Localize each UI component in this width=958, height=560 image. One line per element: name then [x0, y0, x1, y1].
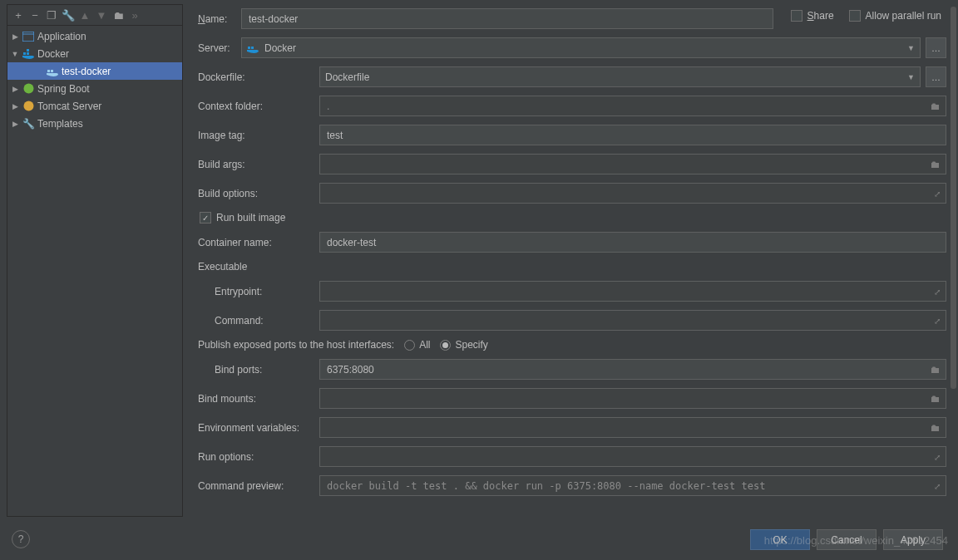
docker-run-icon	[46, 65, 59, 78]
run-options-label: Run options:	[198, 451, 319, 463]
context-label: Context folder:	[198, 101, 319, 112]
container-name-input[interactable]	[319, 232, 946, 253]
command-label: Command:	[198, 315, 319, 327]
move-down-button[interactable]: ▼	[94, 7, 109, 22]
env-input[interactable]	[319, 417, 946, 438]
run-built-label: Run built image	[216, 212, 285, 224]
dialog-buttons: OK Cancel Apply	[0, 521, 958, 560]
svg-point-8	[23, 101, 33, 111]
docker-icon	[22, 47, 35, 61]
bind-mounts-label: Bind mounts:	[198, 393, 319, 405]
sidebar-toolbar: + − ❐ 🔧 ▲ ▼ 🖿 »	[7, 5, 182, 26]
tree-item-tomcat[interactable]: ▶ Tomcat Server	[7, 97, 182, 115]
server-label: Server:	[198, 42, 241, 54]
tree-label: Templates	[37, 118, 83, 130]
svg-rect-9	[248, 47, 250, 49]
share-checkbox[interactable]: Share	[791, 10, 834, 22]
svg-rect-2	[23, 52, 26, 55]
chevron-down-icon: ▼	[907, 73, 915, 81]
tree-label: Application	[37, 31, 86, 42]
command-input[interactable]	[319, 310, 946, 331]
parallel-label: Allow parallel run	[866, 10, 941, 22]
tree-label: Spring Boot	[37, 83, 90, 95]
config-tree: ▶ Application ▼ Docker test-docker ▶ Spr…	[7, 26, 182, 516]
preview-label: Command preview:	[198, 480, 319, 492]
remove-button[interactable]: −	[27, 7, 42, 22]
move-up-button[interactable]: ▲	[77, 7, 92, 22]
bind-ports-input[interactable]	[319, 359, 946, 380]
radio-all[interactable]: All	[404, 339, 430, 351]
build-options-label: Build options:	[198, 188, 319, 199]
context-input[interactable]	[319, 96, 946, 116]
dockerfile-label: Dockerfile:	[198, 71, 319, 83]
chevron-right-icon: ▶	[11, 102, 19, 111]
wrench-icon: 🔧	[22, 117, 35, 130]
svg-rect-4	[27, 49, 29, 52]
tree-item-templates[interactable]: ▶ 🔧 Templates	[7, 115, 182, 132]
chevron-right-icon: ▶	[11, 32, 19, 41]
build-options-input[interactable]	[319, 183, 946, 204]
svg-rect-0	[22, 32, 34, 42]
run-built-checkbox[interactable]: Run built image	[200, 212, 285, 224]
executable-section: Executable	[198, 261, 946, 273]
chevron-down-icon: ▼	[907, 44, 915, 52]
bind-mounts-input[interactable]	[319, 388, 946, 409]
add-button[interactable]: +	[11, 7, 26, 22]
svg-rect-10	[251, 47, 254, 49]
container-name-label: Container name:	[198, 237, 319, 248]
name-input[interactable]	[241, 8, 773, 29]
chevron-down-icon: ▼	[11, 50, 19, 58]
tree-item-spring-boot[interactable]: ▶ Spring Boot	[7, 80, 182, 97]
entrypoint-label: Entrypoint:	[198, 286, 319, 297]
ok-button[interactable]: OK	[750, 529, 810, 550]
share-label: hare	[814, 10, 834, 22]
config-form: Share Allow parallel run Name: Server: D…	[183, 0, 958, 521]
build-args-input[interactable]	[319, 154, 946, 174]
tree-label: Docker	[37, 48, 69, 60]
dockerfile-dropdown[interactable]: Dockerfile ▼	[319, 66, 921, 87]
svg-rect-5	[47, 70, 50, 72]
svg-point-7	[23, 84, 33, 94]
image-tag-input[interactable]	[319, 125, 946, 145]
tree-item-docker[interactable]: ▼ Docker	[7, 45, 182, 62]
dockerfile-browse-button[interactable]: …	[926, 66, 946, 87]
tomcat-icon	[22, 100, 35, 113]
scrollbar[interactable]	[951, 7, 956, 514]
run-options-input[interactable]	[319, 446, 946, 467]
server-dropdown[interactable]: Docker ▼	[241, 37, 921, 58]
spring-icon	[22, 82, 35, 96]
entrypoint-input[interactable]	[319, 281, 946, 302]
parallel-run-checkbox[interactable]: Allow parallel run	[849, 10, 941, 22]
svg-rect-6	[51, 70, 53, 72]
bind-ports-label: Bind ports:	[198, 364, 319, 376]
preview-output	[319, 475, 946, 496]
apply-button[interactable]: Apply	[883, 529, 943, 550]
server-browse-button[interactable]: …	[926, 37, 946, 58]
chevron-right-icon: ▶	[11, 85, 19, 93]
svg-rect-3	[27, 52, 29, 55]
copy-button[interactable]: ❐	[44, 7, 59, 22]
cancel-button[interactable]: Cancel	[817, 529, 877, 550]
more-button[interactable]: »	[127, 7, 142, 22]
tree-item-test-docker[interactable]: test-docker	[7, 62, 182, 80]
config-sidebar: + − ❐ 🔧 ▲ ▼ 🖿 » ▶ Application ▼ Docker t…	[7, 4, 183, 517]
help-button[interactable]: ?	[12, 530, 30, 548]
tree-label: test-docker	[62, 66, 111, 77]
build-args-label: Build args:	[198, 159, 319, 170]
name-label: Name:	[198, 13, 241, 25]
env-label: Environment variables:	[198, 422, 319, 434]
save-folder-button[interactable]: 🖿	[111, 7, 126, 22]
edit-button[interactable]: 🔧	[61, 7, 76, 22]
tree-item-application[interactable]: ▶ Application	[7, 27, 182, 45]
application-icon	[22, 30, 35, 43]
publish-ports-label: Publish exposed ports to the host interf…	[198, 339, 394, 351]
chevron-right-icon: ▶	[11, 120, 19, 128]
tree-label: Tomcat Server	[37, 101, 101, 112]
image-tag-label: Image tag:	[198, 130, 319, 141]
radio-specify[interactable]: Specify	[440, 339, 487, 351]
